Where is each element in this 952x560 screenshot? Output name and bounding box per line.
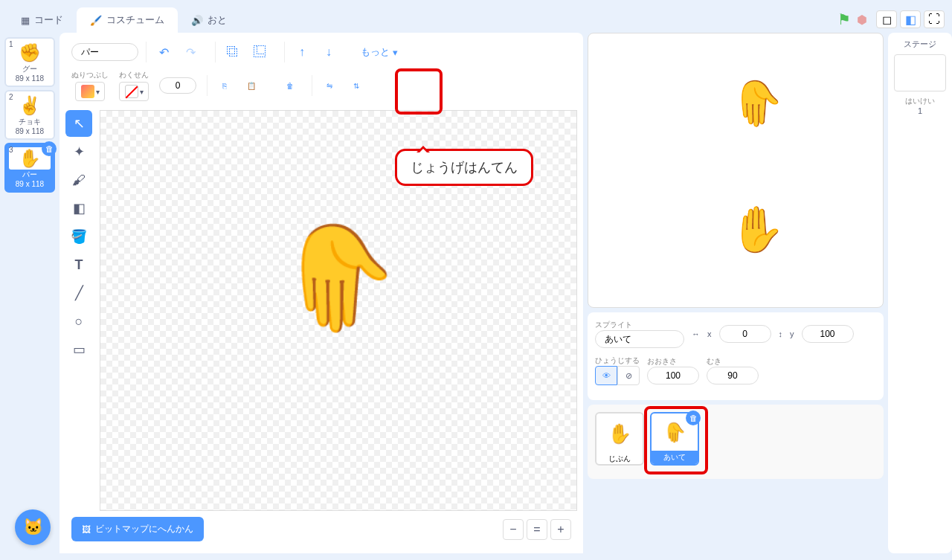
fill-tool[interactable]: 🪣 — [65, 223, 92, 250]
line-tool[interactable]: ╱ — [65, 280, 92, 306]
costume-item[interactable]: 3 🗑 ✋ パー 89 x 118 — [4, 143, 55, 193]
undo-button[interactable]: ↶ — [152, 42, 175, 62]
costume-size: 89 x 118 — [9, 127, 51, 135]
tab-costumes-label: コスチューム — [106, 13, 164, 27]
y-label: y — [790, 329, 794, 338]
sound-icon: 🔊 — [191, 15, 203, 26]
stage-title: ステージ — [894, 39, 946, 50]
costume-item[interactable]: 2 ✌️ チョキ 89 x 118 — [4, 90, 55, 140]
costume-number: 1 — [9, 40, 13, 48]
delete-sprite-icon[interactable]: 🗑 — [686, 411, 701, 425]
redo-button[interactable]: ↷ — [179, 42, 202, 62]
costume-name: チョキ — [9, 117, 51, 127]
flip-vertical-button[interactable]: ⇅ — [345, 75, 367, 96]
backdrop-count: 1 — [894, 106, 946, 115]
stage-sprite-aite[interactable]: ✋ — [730, 77, 785, 130]
sprite-label: あいて — [652, 451, 698, 464]
costume-editor: ↶ ↷ ⿻ ⿺ ↑ ↓ もっと ▾ ぬりつぶし ▾ — [60, 33, 583, 553]
fill-color-button[interactable]: ▾ — [75, 82, 105, 101]
sprite-title-label: スプライト — [595, 320, 684, 330]
chevron-down-icon: ▾ — [393, 47, 398, 58]
sprite-size-input[interactable] — [647, 367, 699, 384]
eraser-tool[interactable]: ◧ — [65, 195, 92, 222]
backward-button[interactable]: ↓ — [318, 42, 340, 62]
group-button[interactable]: ⿻ — [222, 42, 244, 62]
convert-bitmap-button[interactable]: 🖼 ビットマップにへんかん — [71, 517, 204, 541]
sprite-direction-input[interactable] — [707, 367, 759, 384]
copy-button[interactable]: ⎘ — [213, 75, 236, 96]
costume-size: 89 x 118 — [9, 74, 51, 83]
circle-tool[interactable]: ○ — [65, 308, 92, 335]
costume-thumb: ✊ — [9, 42, 51, 64]
costume-thumb: ✌️ — [9, 94, 51, 117]
more-button[interactable]: もっと ▾ — [353, 42, 405, 62]
stage-full-button[interactable]: ⛶ — [924, 10, 945, 28]
fill-label: ぬりつぶし — [71, 70, 109, 80]
direction-label: むき — [707, 356, 759, 367]
tab-sounds-label: おと — [208, 13, 227, 27]
ungroup-button[interactable]: ⿺ — [248, 42, 271, 62]
rect-tool[interactable]: ▭ — [65, 336, 92, 363]
zoom-reset-button[interactable]: = — [527, 519, 547, 540]
size-label: おおきさ — [647, 356, 699, 367]
stage-thumb[interactable] — [894, 54, 946, 91]
costume-size: 89 x 118 — [9, 180, 51, 188]
tool-palette: ↖ ✦ 🖌 ◧ 🪣 T ╱ ○ ▭ — [65, 110, 95, 511]
cat-icon: 🐱 — [23, 518, 43, 537]
sprite-item[interactable]: ✋ じぶん — [595, 412, 644, 466]
brush-icon: 🖌️ — [90, 15, 102, 26]
delete-button[interactable]: 🗑 — [279, 75, 301, 96]
stage-panel: ステージ はいけい 1 — [888, 33, 952, 553]
show-button[interactable]: 👁 — [595, 366, 617, 385]
costume-number: 2 — [9, 93, 13, 101]
tab-costumes[interactable]: 🖌️ コスチューム — [77, 7, 178, 33]
flip-horizontal-button[interactable]: ⇋ — [318, 75, 341, 96]
tab-code[interactable]: ▦ コード — [7, 7, 77, 33]
xy-icon: ↔ — [692, 329, 700, 338]
sprite-label: じぶん — [608, 454, 631, 464]
sprite-y-input[interactable] — [802, 325, 854, 343]
stage-view[interactable]: ✋ ✋ — [588, 33, 884, 308]
code-icon: ▦ — [21, 15, 30, 26]
forward-button[interactable]: ↑ — [291, 42, 313, 62]
canvas-sprite[interactable]: ✋ — [274, 218, 404, 340]
costume-list: 1 ✊ グー 89 x 118 2 ✌️ チョキ 89 x 118 3 🗑 ✋ … — [0, 33, 60, 553]
green-flag-icon[interactable]: ⚑ — [837, 10, 851, 28]
stop-icon[interactable]: ⬢ — [857, 13, 867, 27]
tutorial-callout: じょうげはんてん — [395, 149, 533, 186]
sprite-info-panel: スプライト ↔ x ↕ y ひょうじする 👁 ⊘ — [588, 312, 884, 400]
y-icon: ↕ — [779, 329, 783, 338]
select-tool[interactable]: ↖ — [65, 110, 92, 137]
costume-name: パー — [9, 170, 51, 180]
stage-sprite-jibun[interactable]: ✋ — [730, 203, 785, 256]
costume-name-input[interactable] — [71, 43, 138, 61]
hide-button[interactable]: ⊘ — [617, 366, 640, 385]
stroke-label: わくせん — [119, 70, 149, 80]
brush-tool[interactable]: 🖌 — [65, 167, 92, 193]
sprite-list: ✋ じぶん 🗑 ✋ あいて — [588, 405, 884, 479]
sprite-x-input[interactable] — [719, 325, 771, 343]
sprite-thumb: ✋ — [608, 413, 631, 454]
zoom-in-button[interactable]: + — [550, 519, 571, 540]
costume-name: グー — [9, 64, 51, 74]
sprite-name-input[interactable] — [595, 330, 684, 348]
delete-costume-icon[interactable]: 🗑 — [42, 141, 57, 156]
x-label: x — [707, 329, 712, 338]
bitmap-icon: 🖼 — [82, 524, 91, 535]
sprite-thumb: ✋ — [663, 413, 686, 451]
text-tool[interactable]: T — [65, 251, 92, 278]
stroke-color-button[interactable]: ▾ — [119, 82, 149, 101]
stage-large-button[interactable]: ◧ — [900, 10, 921, 28]
tab-bar: ▦ コード 🖌️ コスチューム 🔊 おと ⚑ ⬢ ◻ ◧ ⛶ — [0, 0, 952, 33]
stroke-width-input[interactable] — [159, 77, 196, 94]
tab-sounds[interactable]: 🔊 おと — [178, 7, 240, 33]
reshape-tool[interactable]: ✦ — [65, 138, 92, 165]
add-sprite-button[interactable]: 🐱 — [15, 509, 51, 545]
backdrop-label: はいけい — [894, 96, 946, 106]
costume-item[interactable]: 1 ✊ グー 89 x 118 — [4, 37, 55, 87]
sprite-item[interactable]: 🗑 ✋ あいて — [650, 412, 699, 466]
costume-number: 3 — [9, 146, 13, 154]
stage-small-button[interactable]: ◻ — [876, 10, 897, 28]
zoom-out-button[interactable]: − — [503, 519, 524, 540]
paste-button[interactable]: 📋 — [240, 75, 263, 96]
